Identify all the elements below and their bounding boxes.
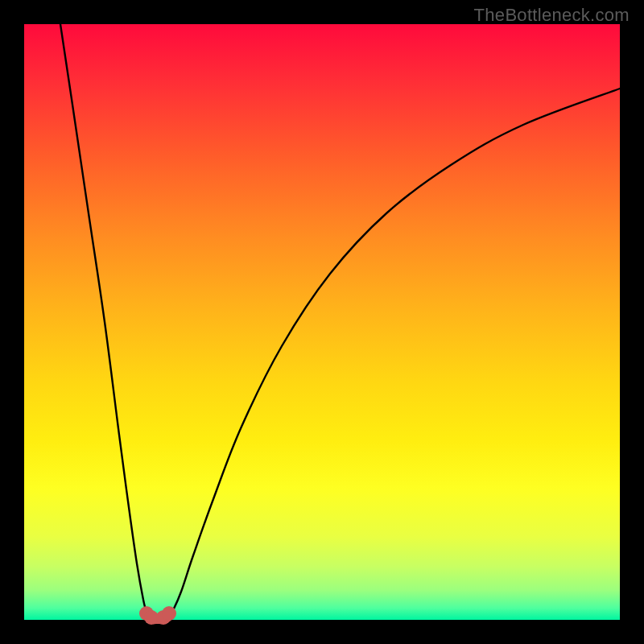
curve-plot [24, 24, 620, 620]
endpoint-dot [162, 606, 176, 621]
endpoint-markers [139, 606, 176, 625]
watermark-text: TheBottleneck.com [474, 5, 630, 26]
curve-right-branch [169, 89, 620, 617]
curve-left-branch [60, 24, 150, 617]
